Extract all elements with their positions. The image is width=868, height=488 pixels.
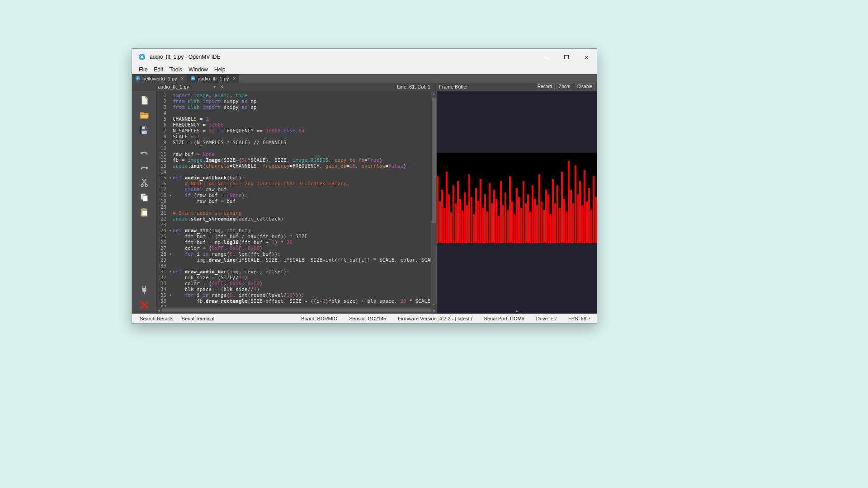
status-info: Board: BORMIO Sensor: GC2145 Firmware Ve… xyxy=(301,316,590,321)
tab-close-icon[interactable]: × xyxy=(232,75,236,82)
frame-buffer-header: Frame Buffer Record Zoom Disable xyxy=(437,83,597,91)
zoom-button[interactable]: Zoom xyxy=(556,83,573,90)
code-line: 12fb = image.Image(SIZE+(50*SCALE), SIZE… xyxy=(156,157,437,163)
close-button[interactable]: × xyxy=(576,49,597,65)
code-line: 14 xyxy=(156,169,437,175)
vertical-scroll-thumb[interactable] xyxy=(432,98,436,223)
cut-button[interactable] xyxy=(138,177,150,188)
openmv-ide-window: audio_fft_1.py - OpenMV IDE – × File Edi… xyxy=(132,48,597,324)
status-fps: FPS: 66.7 xyxy=(568,316,590,321)
menu-tools[interactable]: Tools xyxy=(166,66,185,74)
editor-header: audio_fft_1.py ▾ × Line: 61, Col: 1 xyxy=(132,83,437,91)
status-serial-port: Serial Port: COM9 xyxy=(484,316,524,321)
code-line: 26 fft_buf = np.log10(fft_buf + 1) * 20 xyxy=(156,239,437,245)
code-line: 32 blk_size = (SIZE//10) xyxy=(156,275,437,281)
disconnect-button[interactable] xyxy=(138,299,150,311)
code-line: 4 xyxy=(156,110,437,116)
desktop: audio_fft_1.py - OpenMV IDE – × File Edi… xyxy=(0,0,868,488)
document-selector-value: audio_fft_1.py xyxy=(158,84,189,89)
redo-button[interactable] xyxy=(138,162,150,174)
scroll-down-icon[interactable]: ▾ xyxy=(433,301,435,307)
frame-buffer-buttons: Record Zoom Disable xyxy=(535,83,595,90)
code-line: 33 color = (0xFF, 0x00, 0xF0) xyxy=(156,281,437,286)
code-line: 15▾def audio_callback(buf): xyxy=(156,175,437,181)
toolbar-sidebar xyxy=(132,91,156,314)
code-line: 18▾ if (raw_buf == None): xyxy=(156,192,437,198)
maximize-button[interactable] xyxy=(556,49,576,65)
code-line: 31▾def draw_audio_bar(img, level, offset… xyxy=(156,269,437,275)
expand-arrow-icon[interactable]: ▴ xyxy=(516,308,518,313)
serial-terminal-button[interactable]: Serial Terminal xyxy=(178,315,219,322)
vertical-scrollbar[interactable]: ▴ ▾ xyxy=(431,91,437,307)
status-sensor: Sensor: GC2145 xyxy=(349,316,386,321)
undo-button[interactable] xyxy=(138,147,150,159)
tab-close-icon[interactable]: × xyxy=(180,75,184,82)
code-line: 20 xyxy=(156,204,437,210)
code-line: 29 img.draw_line(i*SCALE, SIZE, i*SCALE,… xyxy=(156,257,437,263)
code-line: 35▾ for i in range(0, int(round(level/10… xyxy=(156,292,437,298)
code-lines: 1import image, audio, time2from ulab imp… xyxy=(156,91,437,307)
connect-button[interactable] xyxy=(138,284,150,296)
code-line: 37 xyxy=(156,304,437,307)
code-line: 25 fft_buf = (fft_buf / max(fft_buf)) * … xyxy=(156,234,437,239)
python-file-icon xyxy=(135,76,140,81)
code-line: 21# Start audio streaming xyxy=(156,210,437,216)
code-line: 6FREQUENCY = 32000 xyxy=(156,122,437,128)
window-controls: – × xyxy=(536,49,597,65)
new-file-button[interactable] xyxy=(138,94,150,106)
minimize-button[interactable]: – xyxy=(536,49,556,65)
save-button[interactable] xyxy=(138,124,150,136)
open-file-button[interactable] xyxy=(138,109,150,121)
title-bar[interactable]: audio_fft_1.py - OpenMV IDE – × xyxy=(132,49,597,65)
copy-button[interactable] xyxy=(138,192,150,203)
code-line: 28▾ for i in range(0, len(fft_buf)): xyxy=(156,251,437,257)
paste-button[interactable] xyxy=(138,206,150,218)
code-editor[interactable]: 1import image, audio, time2from ulab imp… xyxy=(156,91,437,307)
frame-buffer-title: Frame Buffer xyxy=(439,84,468,89)
horizontal-scroll-thumb[interactable] xyxy=(162,309,432,312)
python-file-icon xyxy=(190,76,195,81)
tab-audio-fft[interactable]: audio_fft_1.py × xyxy=(187,74,239,83)
code-line: 23 xyxy=(156,222,437,228)
code-line: 5CHANNELS = 1 xyxy=(156,116,437,122)
menu-help[interactable]: Help xyxy=(211,66,229,74)
code-line: 27 color = (0xFF, 0x0F, 0x00) xyxy=(156,245,437,251)
cursor-position: Line: 61, Col: 1 xyxy=(397,84,430,89)
status-bar: Search Results Serial Terminal Board: BO… xyxy=(132,314,597,323)
subheader: audio_fft_1.py ▾ × Line: 61, Col: 1 Fram… xyxy=(132,83,597,91)
fft-visualization xyxy=(437,153,597,243)
disable-button[interactable]: Disable xyxy=(575,83,595,90)
code-line: 24▾def draw_fft(img, fft_buf): xyxy=(156,228,437,234)
horizontal-scrollbar[interactable]: ◂ ▸ xyxy=(156,307,437,314)
menu-bar: File Edit Tools Window Help xyxy=(132,65,597,74)
editor-wrap: 1import image, audio, time2from ulab imp… xyxy=(156,91,437,314)
code-line: 13audio.init(channels=CHANNELS, frequenc… xyxy=(156,163,437,169)
record-button[interactable]: Record xyxy=(535,83,555,90)
document-selector[interactable]: audio_fft_1.py ▾ xyxy=(158,84,216,89)
menu-edit[interactable]: Edit xyxy=(151,66,166,74)
tab-label: audio_fft_1.py xyxy=(198,76,229,81)
code-line: 3from ulab import scipy as sp xyxy=(156,104,437,110)
code-line: 2from ulab import numpy as np xyxy=(156,99,437,104)
maximize-icon xyxy=(564,55,569,59)
frame-buffer-panel: ▴ xyxy=(437,91,597,314)
scroll-right-icon[interactable]: ▸ xyxy=(433,308,435,313)
tab-helloworld[interactable]: helloworld_1.py × xyxy=(132,74,187,83)
status-firmware: Firmware Version: 4.2.2 - [ latest ] xyxy=(398,316,472,321)
code-line: 19 raw_buf = buf xyxy=(156,198,437,204)
document-close-button[interactable]: × xyxy=(220,84,223,90)
scroll-up-icon[interactable]: ▴ xyxy=(433,91,435,97)
search-results-button[interactable]: Search Results xyxy=(136,315,178,322)
code-line: 1import image, audio, time xyxy=(156,93,437,99)
scroll-left-icon[interactable]: ◂ xyxy=(158,308,160,313)
code-line: 22audio.start_streaming(audio_callback) xyxy=(156,216,437,222)
tab-label: helloworld_1.py xyxy=(142,76,177,81)
chevron-down-icon: ▾ xyxy=(213,84,216,89)
status-drive: Drive: E:/ xyxy=(536,316,557,321)
openmv-logo-icon xyxy=(138,53,146,61)
menu-window[interactable]: Window xyxy=(185,66,211,74)
code-line: 9SIZE = (N_SAMPLES * SCALE) // CHANNELS xyxy=(156,140,437,145)
code-line: 8SCALE = 1 xyxy=(156,134,437,140)
tab-bar: helloworld_1.py × audio_fft_1.py × xyxy=(132,74,597,83)
menu-file[interactable]: File xyxy=(136,66,151,74)
